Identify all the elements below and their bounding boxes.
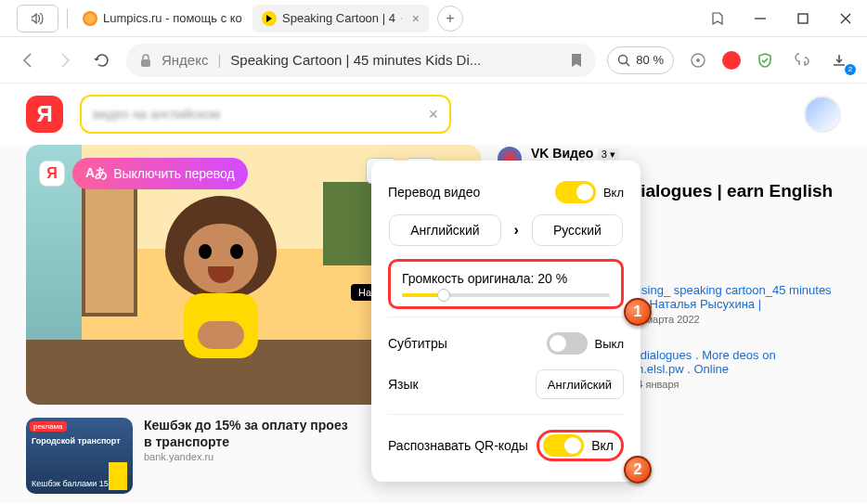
qr-toggle[interactable]: [543, 434, 584, 457]
search-input[interactable]: [93, 107, 428, 122]
arrow-icon: ›: [501, 222, 532, 239]
clear-icon[interactable]: ×: [428, 105, 438, 124]
subtitles-toggle[interactable]: [547, 332, 588, 355]
content: Я Aあ Выключить перевод Ha реклама Городс…: [0, 145, 867, 503]
translate-popup: Перевод видео Вкл Английский › Русский Г…: [371, 161, 641, 482]
close-button[interactable]: [824, 0, 867, 37]
downloads-button[interactable]: [826, 47, 852, 73]
new-tab-button[interactable]: +: [437, 6, 463, 32]
page-title: Speaking Cartoon | 45 minutes Kids Di...: [230, 52, 481, 68]
extension-opera[interactable]: [722, 51, 741, 70]
zoom-value: 80 %: [636, 53, 664, 67]
host-label: Яндекс: [162, 52, 208, 68]
volume-label: Громкость оригинала: 20 %: [402, 271, 610, 286]
speaker-icon: [32, 13, 45, 24]
zoom-indicator[interactable]: 80 %: [607, 46, 674, 74]
favicon-lumpics: [83, 11, 97, 26]
svg-rect-1: [798, 14, 808, 23]
volume-slider-box: Громкость оригинала: 20 %: [388, 259, 624, 309]
callout-marker-2: 2: [624, 456, 652, 484]
translate-toggle[interactable]: [555, 181, 596, 203]
svg-point-3: [619, 55, 628, 63]
search-input-wrap[interactable]: ×: [80, 95, 451, 134]
svg-point-6: [696, 58, 700, 62]
speaker-icon: [401, 14, 403, 23]
subtitles-label: Субтитры: [388, 336, 447, 351]
reload-button[interactable]: [89, 47, 115, 73]
yandex-badge: Я: [39, 161, 65, 187]
tab-lumpics[interactable]: Lumpics.ru - помощь с ко: [73, 5, 250, 32]
tab-label: Speaking Cartoon | 4: [282, 11, 395, 25]
lang-label: Язык: [388, 377, 419, 392]
titlebar: Lumpics.ru - помощь с ко Speaking Cartoo…: [0, 0, 867, 37]
minimize-button[interactable]: [739, 0, 782, 37]
search-row: Я ×: [0, 84, 867, 145]
svg-line-4: [627, 62, 630, 66]
lang-to-select[interactable]: Русский: [532, 214, 623, 246]
yandex-logo[interactable]: Я: [26, 96, 63, 133]
tab-label: Lumpics.ru - помощь с ко: [103, 11, 242, 25]
shield-icon[interactable]: [752, 47, 778, 73]
avatar[interactable]: [804, 96, 841, 133]
source-name[interactable]: VK Видео: [531, 146, 593, 161]
toolbar: Яндекс | Speaking Cartoon | 45 minutes K…: [0, 37, 867, 84]
search-icon: [617, 54, 630, 67]
qr-label: Распознавать QR-коды: [388, 438, 528, 453]
favicon-video: [262, 11, 277, 26]
divider: [67, 8, 68, 29]
svg-rect-2: [141, 59, 150, 67]
bookmark-icon[interactable]: [570, 53, 583, 68]
audio-indicator-tab[interactable]: [17, 5, 58, 32]
ad-thumbnail: реклама Городской транспорт Кешбэк балла…: [26, 418, 133, 494]
maximize-button[interactable]: [782, 0, 824, 37]
feedback-icon[interactable]: [789, 47, 815, 73]
window-controls: [696, 0, 867, 37]
disable-translate-button[interactable]: Aあ Выключить перевод: [72, 158, 248, 189]
address-bar[interactable]: Яндекс | Speaking Cartoon | 45 minutes K…: [126, 44, 596, 77]
callout-marker-1: 1: [624, 298, 652, 326]
lock-icon: [139, 53, 152, 68]
translate-label: Перевод видео: [388, 185, 480, 200]
back-button[interactable]: [15, 47, 41, 73]
subtitle-lang-select[interactable]: Английский: [536, 369, 624, 399]
forward-button[interactable]: [52, 47, 78, 73]
lang-from-select[interactable]: Английский: [389, 214, 500, 246]
close-tab-icon[interactable]: ×: [412, 11, 420, 26]
tab-speaking-cartoon[interactable]: Speaking Cartoon | 4 ×: [252, 5, 429, 32]
protect-icon[interactable]: [685, 47, 711, 73]
bookmark-icon[interactable]: [696, 0, 739, 37]
volume-slider[interactable]: [402, 293, 610, 297]
